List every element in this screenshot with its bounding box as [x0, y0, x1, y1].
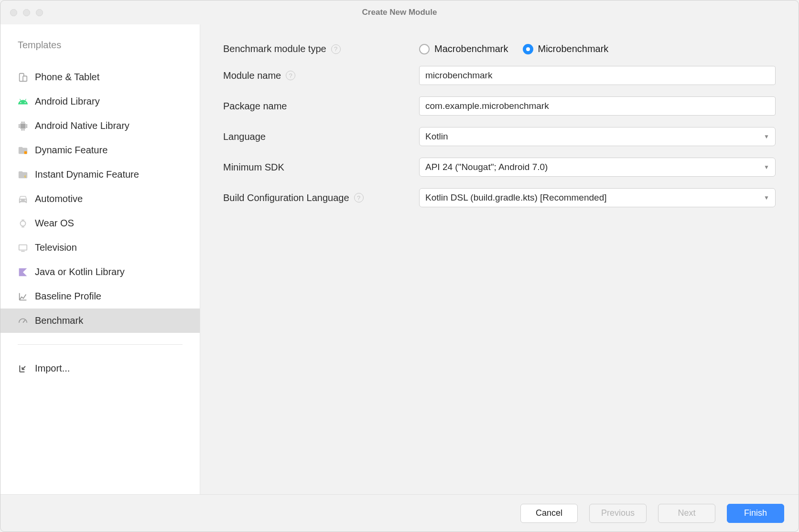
dialog-window: Create New Module Templates Phone & Tabl…	[0, 0, 799, 532]
select-value: Kotlin	[425, 131, 448, 142]
finish-button[interactable]: Finish	[727, 504, 784, 523]
sidebar-item-label: Wear OS	[35, 218, 74, 229]
folder-bolt-icon	[18, 170, 28, 180]
help-icon[interactable]: ?	[286, 71, 295, 80]
sidebar-item-benchmark[interactable]: Benchmark	[0, 309, 200, 333]
zoom-window-icon[interactable]	[36, 9, 43, 16]
folder-dot-icon	[18, 145, 28, 156]
phone-tablet-icon	[18, 72, 28, 83]
svg-rect-1	[23, 76, 27, 81]
kotlin-icon	[18, 267, 28, 277]
android-icon	[18, 96, 28, 107]
sidebar-item-label: Television	[35, 242, 77, 253]
min-sdk-select[interactable]: API 24 ("Nougat"; Android 7.0) ▼	[419, 158, 776, 177]
sidebar-separator	[18, 344, 183, 345]
sidebar-heading: Templates	[0, 40, 200, 65]
window-title: Create New Module	[0, 8, 799, 17]
build-config-select[interactable]: Kotlin DSL (build.gradle.kts) [Recommend…	[419, 188, 776, 207]
templates-sidebar: Templates Phone & Tablet Android Library…	[0, 24, 200, 494]
row-package-name: Package name	[223, 96, 776, 116]
sidebar-item-label: Import...	[35, 363, 70, 374]
label-min-sdk: Minimum SDK	[223, 162, 284, 173]
row-min-sdk: Minimum SDK API 24 ("Nougat"; Android 7.…	[223, 158, 776, 177]
watch-icon	[18, 218, 28, 229]
sidebar-item-label: Dynamic Feature	[35, 145, 108, 156]
native-lib-icon	[18, 121, 28, 131]
row-module-name: Module name ?	[223, 66, 776, 85]
chart-icon	[18, 291, 28, 302]
sidebar-item-java-kotlin-library[interactable]: Java or Kotlin Library	[0, 260, 200, 284]
radio-macrobenchmark[interactable]: Macrobenchmark	[419, 43, 508, 54]
next-button[interactable]: Next	[658, 504, 715, 523]
row-language: Language Kotlin ▼	[223, 127, 776, 146]
chevron-down-icon: ▼	[764, 133, 769, 140]
sidebar-item-label: Automotive	[35, 193, 83, 204]
window-controls	[0, 9, 43, 16]
sidebar-item-dynamic-feature[interactable]: Dynamic Feature	[0, 138, 200, 162]
select-value: API 24 ("Nougat"; Android 7.0)	[425, 162, 548, 172]
sidebar-item-instant-dynamic-feature[interactable]: Instant Dynamic Feature	[0, 162, 200, 187]
gauge-icon	[18, 316, 28, 326]
label-module-name: Module name	[223, 70, 281, 81]
sidebar-item-label: Benchmark	[35, 315, 83, 326]
sidebar-item-android-library[interactable]: Android Library	[0, 89, 200, 114]
sidebar-item-phone-tablet[interactable]: Phone & Tablet	[0, 65, 200, 89]
import-icon	[18, 363, 28, 374]
svg-rect-3	[24, 151, 27, 154]
minimize-window-icon[interactable]	[23, 9, 30, 16]
dialog-body: Templates Phone & Tablet Android Library…	[0, 24, 799, 494]
chevron-down-icon: ▼	[764, 164, 769, 170]
sidebar-item-android-native-library[interactable]: Android Native Library	[0, 114, 200, 138]
svg-point-4	[21, 221, 26, 226]
help-icon[interactable]: ?	[331, 44, 341, 54]
sidebar-item-automotive[interactable]: Automotive	[0, 187, 200, 211]
sidebar-item-label: Phone & Tablet	[35, 72, 99, 83]
sidebar-item-label: Instant Dynamic Feature	[35, 169, 139, 180]
help-icon[interactable]: ?	[354, 193, 364, 202]
sidebar-item-label: Baseline Profile	[35, 291, 101, 302]
svg-rect-2	[21, 123, 26, 128]
form-panel: Benchmark module type ? Macrobenchmark M…	[200, 24, 799, 494]
label-benchmark-type: Benchmark module type	[223, 43, 326, 54]
car-icon	[18, 194, 28, 204]
previous-button[interactable]: Previous	[589, 504, 647, 523]
sidebar-item-label: Java or Kotlin Library	[35, 266, 125, 277]
package-name-input[interactable]	[419, 96, 776, 116]
sidebar-item-import[interactable]: Import...	[0, 356, 200, 381]
dialog-footer: Cancel Previous Next Finish	[0, 494, 799, 532]
sidebar-item-television[interactable]: Television	[0, 235, 200, 260]
row-benchmark-type: Benchmark module type ? Macrobenchmark M…	[223, 43, 776, 54]
radio-microbenchmark[interactable]: Microbenchmark	[523, 43, 609, 54]
sidebar-item-baseline-profile[interactable]: Baseline Profile	[0, 284, 200, 309]
radio-label: Macrobenchmark	[434, 43, 508, 54]
language-select[interactable]: Kotlin ▼	[419, 127, 776, 146]
svg-rect-5	[19, 245, 27, 250]
sidebar-item-wear-os[interactable]: Wear OS	[0, 211, 200, 235]
label-build-config: Build Configuration Language	[223, 192, 349, 203]
select-value: Kotlin DSL (build.gradle.kts) [Recommend…	[425, 192, 606, 203]
sidebar-item-label: Android Library	[35, 96, 100, 107]
radio-label: Microbenchmark	[538, 43, 609, 54]
cancel-button[interactable]: Cancel	[520, 504, 578, 523]
row-build-config: Build Configuration Language ? Kotlin DS…	[223, 188, 776, 207]
close-window-icon[interactable]	[10, 9, 17, 16]
label-package-name: Package name	[223, 101, 287, 112]
module-name-input[interactable]	[419, 66, 776, 85]
tv-icon	[18, 243, 28, 253]
titlebar: Create New Module	[0, 0, 799, 24]
chevron-down-icon: ▼	[764, 194, 769, 201]
label-language: Language	[223, 131, 266, 142]
sidebar-item-label: Android Native Library	[35, 120, 130, 131]
